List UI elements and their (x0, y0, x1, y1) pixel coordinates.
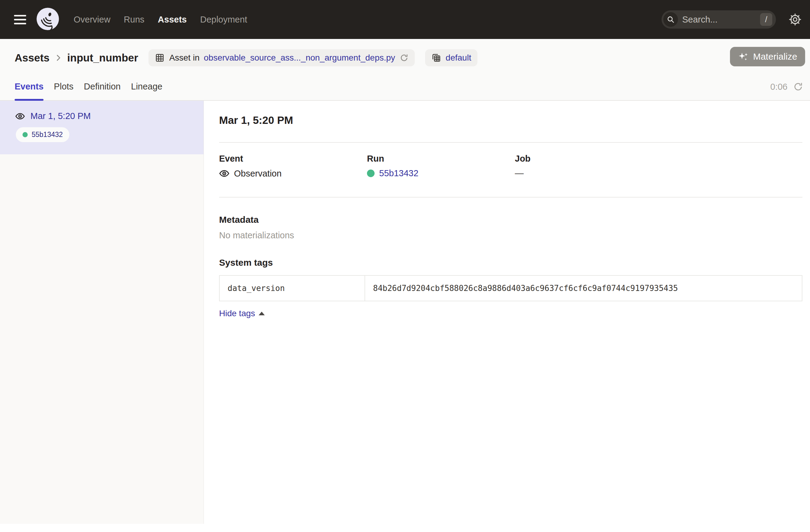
event-timestamp: Mar 1, 5:20 PM (30, 111, 91, 121)
asset-tabs: Events Plots Definition Lineage 0:06 (15, 82, 810, 100)
run-id-badge[interactable]: 55b13432 (16, 127, 69, 142)
tab-definition[interactable]: Definition (84, 82, 121, 100)
event-column: Event Observation (219, 154, 367, 179)
reload-location-icon[interactable] (400, 53, 409, 62)
nav-item-runs[interactable]: Runs (124, 15, 145, 25)
main-area: Mar 1, 5:20 PM 55b13432 Mar 1, 5:20 PM E… (0, 101, 810, 524)
repo-stack-icon (431, 53, 441, 63)
observation-eye-icon (15, 111, 25, 121)
run-column: Run 55b13432 (367, 154, 515, 179)
event-list-sidebar: Mar 1, 5:20 PM 55b13432 (0, 101, 204, 524)
tag-value-cell: 84b26d7d9204cbf588026c8a9886d403a6c9637c… (365, 276, 802, 301)
event-type-value: Observation (234, 168, 281, 179)
search-shortcut-key: / (760, 13, 772, 26)
search-input[interactable] (678, 15, 760, 25)
gear-icon[interactable] (788, 13, 802, 27)
asset-location-prefix: Asset in (169, 53, 200, 63)
run-status-dot (367, 170, 375, 177)
tag-value: 84b26d7d9204cbf588026c8a9886d403a6c9637c… (373, 284, 678, 293)
observation-eye-icon (219, 168, 229, 179)
run-id-badge-label: 55b13432 (32, 131, 63, 139)
event-list-item-selected[interactable]: Mar 1, 5:20 PM 55b13432 (0, 101, 204, 154)
refresh-countdown: 0:06 (771, 82, 803, 92)
repository-link[interactable]: default (446, 53, 471, 63)
run-id-link[interactable]: 55b13432 (379, 168, 418, 178)
chevron-right-icon (54, 53, 63, 62)
hide-tags-link[interactable]: Hide tags (219, 309, 265, 318)
table-grid-icon (155, 53, 165, 63)
event-column-label: Event (219, 154, 367, 164)
hamburger-menu-icon[interactable] (14, 15, 26, 25)
caret-up-icon (259, 312, 265, 315)
nav-item-assets[interactable]: Assets (158, 15, 187, 25)
search-icon (663, 12, 678, 27)
tag-key: data_version (228, 284, 285, 293)
tab-lineage[interactable]: Lineage (131, 82, 162, 100)
divider (219, 197, 803, 197)
dagster-octopus-icon (35, 6, 61, 33)
metadata-empty-text: No materializations (219, 230, 803, 240)
run-column-label: Run (367, 154, 515, 164)
search-bar[interactable]: / (662, 10, 776, 29)
job-empty-value: — (515, 168, 524, 178)
divider (219, 142, 803, 143)
run-status-dot (22, 132, 28, 137)
hide-tags-label: Hide tags (219, 309, 255, 318)
event-summary-columns: Event Observation Run 55b13432 (219, 154, 803, 179)
system-tags-heading: System tags (219, 257, 803, 268)
asset-location-pill: Asset in observable_source_ass..._non_ar… (148, 49, 415, 66)
tab-plots[interactable]: Plots (54, 82, 73, 100)
asset-name-title: input_number (67, 52, 138, 64)
breadcrumb: Assets input_number Asset in observable_… (15, 48, 810, 68)
nav-item-deployment[interactable]: Deployment (200, 15, 247, 25)
primary-nav: Overview Runs Assets Deployment (74, 15, 247, 25)
refresh-timer: 0:06 (771, 82, 788, 92)
event-detail-title: Mar 1, 5:20 PM (219, 114, 803, 126)
nav-item-overview[interactable]: Overview (74, 15, 111, 25)
asset-location-link[interactable]: observable_source_ass..._non_argument_de… (204, 53, 395, 63)
job-column-label: Job (515, 154, 803, 164)
system-tags-table: data_version 84b26d7d9204cbf588026c8a988… (219, 275, 803, 301)
materialize-button[interactable]: Materialize (730, 47, 805, 66)
repository-pill: default (425, 49, 477, 66)
top-nav: Overview Runs Assets Deployment / (0, 0, 810, 39)
event-detail-panel: Mar 1, 5:20 PM Event Observation Run (204, 101, 810, 524)
breadcrumb-assets-link[interactable]: Assets (15, 52, 50, 64)
job-column: Job — (515, 154, 803, 179)
tab-events[interactable]: Events (15, 82, 44, 100)
refresh-icon[interactable] (793, 82, 803, 92)
materialize-button-label: Materialize (753, 51, 797, 62)
asset-header: Assets input_number Asset in observable_… (0, 39, 810, 101)
dagster-logo[interactable] (35, 6, 61, 33)
tag-key-cell: data_version (220, 276, 365, 301)
metadata-heading: Metadata (219, 214, 803, 225)
topnav-right: / (662, 10, 802, 29)
sparkle-icon (738, 51, 749, 62)
